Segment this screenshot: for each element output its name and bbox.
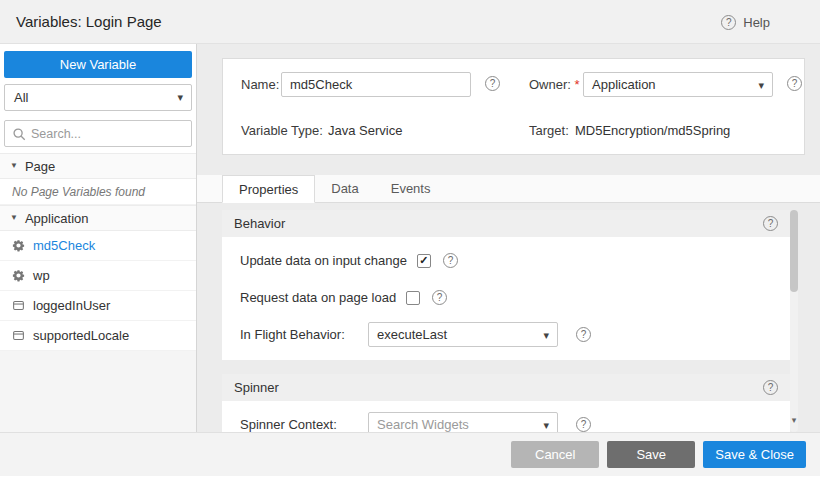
request-on-load-label: Request data on page load: [240, 290, 396, 305]
in-flight-select[interactable]: executeLast: [368, 322, 558, 347]
widget-variable-icon: [12, 329, 25, 342]
chevron-down-icon: [543, 323, 549, 348]
tab-data[interactable]: Data: [315, 175, 374, 202]
tab-events[interactable]: Events: [375, 175, 447, 202]
owner-label: Owner: *: [529, 71, 580, 98]
gear-icon: [12, 269, 25, 282]
spinner-context-combobox[interactable]: Search Widgets: [368, 412, 558, 432]
variable-item-md5check[interactable]: md5Check: [0, 231, 196, 261]
owner-select[interactable]: Application: [583, 72, 773, 97]
chevron-down-icon: [177, 85, 183, 110]
tree-section-application[interactable]: Application: [0, 205, 196, 231]
variable-item-wp[interactable]: wp: [0, 261, 196, 291]
request-on-load-row: Request data on page load: [240, 279, 790, 316]
behavior-title: Behavior: [234, 216, 285, 231]
variable-item-supportedlocale[interactable]: supportedLocale: [0, 321, 196, 351]
search-icon: [12, 127, 27, 142]
variable-item-loggedinuser[interactable]: loggedInUser: [0, 291, 196, 321]
spinner-context-help-icon[interactable]: [576, 417, 591, 432]
sidebar-filler: [0, 351, 196, 432]
update-on-input-checkbox[interactable]: [417, 254, 431, 268]
variable-search: [4, 120, 192, 147]
dialog-header: Variables: Login Page Help: [0, 0, 820, 44]
bottom-strip: [0, 476, 820, 488]
update-on-input-label: Update data on input change: [240, 253, 407, 268]
in-flight-select-value: executeLast: [377, 327, 447, 342]
tree-section-page-label: Page: [25, 159, 55, 174]
request-on-load-help-icon[interactable]: [432, 290, 447, 305]
in-flight-label: In Flight Behavior:: [240, 327, 368, 342]
name-input[interactable]: [281, 72, 471, 97]
collapse-arrow-icon: [10, 214, 18, 222]
chevron-down-icon: [758, 73, 764, 98]
dialog-footer: Cancel Save Save & Close: [0, 432, 820, 476]
variable-item-label: loggedInUser: [33, 298, 110, 313]
help-link[interactable]: Help: [721, 0, 770, 44]
page-variables-empty-text: No Page Variables found: [0, 179, 196, 205]
spinner-context-placeholder: Search Widgets: [377, 417, 469, 432]
spinner-help-icon[interactable]: [763, 380, 778, 395]
chevron-down-icon: [543, 413, 549, 432]
owner-select-value: Application: [592, 77, 656, 92]
variable-filter-select[interactable]: All: [4, 84, 192, 111]
help-label: Help: [743, 15, 770, 30]
tab-properties[interactable]: Properties: [222, 175, 315, 203]
spinner-context-label: Spinner Context:: [240, 417, 368, 432]
collapse-arrow-icon: [10, 162, 18, 170]
variable-item-label: md5Check: [33, 238, 95, 253]
behavior-help-icon[interactable]: [763, 216, 778, 231]
save-button[interactable]: Save: [607, 441, 695, 468]
spinner-section: Spinner Spinner Context: Search Widgets: [222, 374, 790, 432]
spinner-section-header: Spinner: [222, 374, 790, 401]
variable-filter-value: All: [14, 90, 28, 105]
variable-type-label: Variable Type:: [241, 123, 323, 138]
detail-tabs: Properties Data Events: [197, 175, 820, 203]
variable-type-value: Java Service: [328, 123, 402, 138]
spinner-context-row: Spinner Context: Search Widgets: [240, 406, 790, 432]
properties-scrollbar[interactable]: [790, 210, 798, 432]
search-input[interactable]: [31, 122, 189, 145]
help-icon: [721, 15, 736, 30]
cancel-button[interactable]: Cancel: [511, 441, 599, 468]
scrollbar-down-arrow-icon[interactable]: [788, 414, 800, 426]
variables-sidebar: New Variable All Page No Page Variables …: [0, 44, 197, 432]
spinner-title: Spinner: [234, 380, 279, 395]
target-label: Target:: [529, 123, 569, 138]
request-on-load-checkbox[interactable]: [406, 291, 420, 305]
behavior-section: Behavior Update data on input change Req…: [222, 210, 790, 360]
page-title: Variables: Login Page: [16, 0, 162, 44]
owner-help-icon[interactable]: [787, 76, 802, 91]
variable-item-label: supportedLocale: [33, 328, 129, 343]
in-flight-help-icon[interactable]: [576, 327, 591, 342]
gear-icon: [12, 239, 25, 252]
save-and-close-button[interactable]: Save & Close: [703, 441, 806, 468]
target-value: MD5Encryption/md5Spring: [575, 123, 730, 138]
update-on-input-help-icon[interactable]: [443, 253, 458, 268]
tree-section-page[interactable]: Page: [0, 153, 196, 179]
tree-section-application-label: Application: [25, 211, 89, 226]
scrollbar-thumb[interactable]: [790, 210, 798, 292]
name-help-icon[interactable]: [485, 76, 500, 91]
update-on-input-row: Update data on input change: [240, 242, 790, 279]
required-marker: *: [575, 77, 580, 92]
behavior-section-header: Behavior: [222, 210, 790, 237]
in-flight-row: In Flight Behavior: executeLast: [240, 316, 790, 353]
new-variable-button[interactable]: New Variable: [4, 51, 192, 78]
widget-variable-icon: [12, 299, 25, 312]
variable-item-label: wp: [33, 268, 50, 283]
variable-summary-card: Name: * Owner: * Application Variable Ty…: [222, 58, 805, 155]
variable-detail-panel: Name: * Owner: * Application Variable Ty…: [197, 44, 820, 432]
